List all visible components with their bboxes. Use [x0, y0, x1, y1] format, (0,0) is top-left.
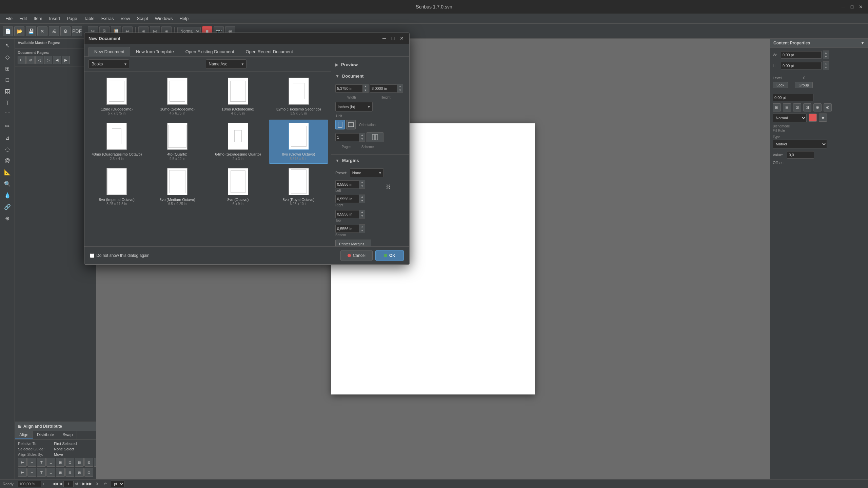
- spiral-tool[interactable]: @: [2, 155, 13, 166]
- width-up-arrow[interactable]: ▲: [823, 51, 829, 55]
- align-btn-16[interactable]: ⊟: [65, 468, 74, 477]
- page-prev-btn[interactable]: ◀: [59, 482, 62, 486]
- pages-nav-left[interactable]: ◀: [53, 56, 61, 64]
- eyedropper-tool[interactable]: 💧: [2, 190, 13, 201]
- align-tab-distribute[interactable]: Distribute: [33, 431, 59, 439]
- dialog-tab-template[interactable]: New from Template: [130, 47, 180, 56]
- close-button[interactable]: ✕: [858, 4, 864, 10]
- document-group-header[interactable]: ▼ Document: [331, 71, 409, 81]
- menu-view[interactable]: View: [118, 15, 133, 22]
- menu-script[interactable]: Script: [134, 15, 151, 22]
- template-item-10[interactable]: 8vo (Octavo) 6 x 9 in: [209, 165, 268, 209]
- add-page-btn[interactable]: +□: [18, 56, 26, 64]
- width-input[interactable]: [781, 51, 822, 59]
- align-btn-18[interactable]: ⊡: [84, 468, 93, 477]
- shape-tool[interactable]: □: [2, 75, 13, 85]
- group-button[interactable]: Group: [795, 82, 813, 88]
- pt-input[interactable]: [773, 94, 813, 101]
- magnify-tool[interactable]: 🔍: [2, 178, 13, 189]
- height-down-btn[interactable]: ▼: [397, 88, 403, 93]
- top-margin-input[interactable]: [335, 210, 359, 218]
- width-up-btn[interactable]: ▲: [363, 84, 368, 88]
- bottom-margin-up[interactable]: ▲: [359, 225, 365, 229]
- top-margin-up[interactable]: ▲: [359, 210, 365, 214]
- right-margin-down[interactable]: ▼: [359, 199, 365, 203]
- copy-prop-tool[interactable]: ⊕: [2, 213, 13, 224]
- align-center-v-btn[interactable]: ⊞: [56, 458, 65, 467]
- template-item-9[interactable]: 8vo (Medium Octavo) 6.5 x 9.25 in: [148, 165, 207, 209]
- align-right-btn[interactable]: ⊤: [37, 458, 46, 467]
- bezier-tool[interactable]: ⌒: [2, 109, 13, 120]
- sort-select[interactable]: Name Asc Name Desc Size Asc Size Desc: [206, 59, 246, 69]
- ok-button[interactable]: OK: [375, 250, 404, 261]
- icon-2[interactable]: ⊟: [783, 103, 791, 111]
- template-item-4[interactable]: 48mo (Quadragesimo Octavo) 2.5 x 4 in: [87, 120, 146, 163]
- icon-1[interactable]: ⊞: [773, 103, 781, 111]
- menu-windows[interactable]: Windows: [152, 15, 176, 22]
- icon-3[interactable]: ⊠: [793, 103, 801, 111]
- node-tool[interactable]: ◇: [2, 52, 13, 62]
- scheme-button[interactable]: [367, 132, 383, 142]
- icon-6[interactable]: ⊗: [824, 103, 832, 111]
- align-btn-11[interactable]: ⊢: [18, 468, 27, 477]
- align-btn-17[interactable]: ⊠: [75, 468, 84, 477]
- do-not-show-checkbox[interactable]: [90, 253, 94, 258]
- unit-select-status[interactable]: pt: [111, 481, 124, 487]
- align-btn-7[interactable]: ⊟: [75, 458, 84, 467]
- dialog-tab-recent[interactable]: Open Recent Document: [240, 47, 298, 56]
- margin-link-btn[interactable]: ⛓: [384, 183, 392, 191]
- template-item-0[interactable]: 12mo (Duodecimo) 5 x 7.375 in: [87, 75, 146, 118]
- landscape-btn[interactable]: [346, 120, 356, 129]
- template-item-11[interactable]: 8vo (Royal Octavo) 6.25 x 10 in: [269, 165, 328, 209]
- template-item-3[interactable]: 32mo (Tricesimo Secondo) 3.5 x 5.5 in: [269, 75, 328, 118]
- category-select[interactable]: Books Brochures Business Cards Calendars…: [88, 59, 129, 69]
- menu-page[interactable]: Page: [64, 15, 80, 22]
- align-btn-15[interactable]: ⊞: [56, 468, 65, 477]
- image-tool[interactable]: 🖼: [2, 86, 13, 97]
- unit-select[interactable]: Inches (in) Millimeters (mm) Points (pt): [335, 102, 373, 111]
- print-button[interactable]: 🖨: [49, 26, 59, 36]
- left-margin-up[interactable]: ▲: [359, 180, 365, 184]
- align-center-h-btn[interactable]: ⊣: [27, 458, 36, 467]
- menu-table[interactable]: Table: [81, 15, 97, 22]
- template-item-6[interactable]: 64mo (Sexagesimo Quarto) 2 x 3 in: [209, 120, 268, 163]
- height-input[interactable]: [781, 62, 822, 69]
- marker-select[interactable]: Marker: [773, 140, 827, 148]
- template-item-1[interactable]: 16mo (Sextodecimo) 4 x 6.75 in: [148, 75, 207, 118]
- text-tool[interactable]: T: [2, 98, 13, 108]
- pages-down-btn[interactable]: ▼: [359, 137, 365, 141]
- width-down-arrow[interactable]: ▼: [823, 55, 829, 59]
- align-bottom-btn[interactable]: ⊡: [65, 458, 74, 467]
- align-left-btn[interactable]: ⊢: [18, 458, 27, 467]
- menu-file[interactable]: File: [3, 15, 15, 22]
- align-tab-align[interactable]: Align: [15, 431, 33, 439]
- preset-select[interactable]: None Custom Document Default: [350, 168, 384, 177]
- zoom-in-btn[interactable]: +: [43, 482, 45, 486]
- lock-button[interactable]: Lock: [773, 82, 788, 88]
- menu-insert[interactable]: Insert: [46, 15, 63, 22]
- icon-4[interactable]: ⊡: [803, 103, 811, 111]
- star-btn[interactable]: ★: [819, 114, 827, 122]
- template-grid-container[interactable]: 12mo (Duodecimo) 5 x 7.375 in 16mo (Sext…: [84, 72, 331, 246]
- calligraph-tool[interactable]: ⊿: [2, 132, 13, 143]
- align-tab-swap[interactable]: Swap: [58, 431, 77, 439]
- dialog-maximize-btn[interactable]: □: [390, 35, 396, 42]
- icon-5[interactable]: ⊕: [813, 103, 822, 111]
- move-page-left-btn[interactable]: ◁: [35, 56, 43, 64]
- left-margin-input[interactable]: [335, 180, 359, 188]
- pages-input[interactable]: [335, 133, 359, 141]
- right-margin-input[interactable]: [335, 195, 359, 203]
- cancel-button[interactable]: Cancel: [340, 250, 373, 261]
- insert-page-btn[interactable]: ⊕: [26, 56, 35, 64]
- height-up-arrow[interactable]: ▲: [823, 62, 829, 66]
- maximize-button[interactable]: □: [849, 4, 855, 10]
- top-margin-down[interactable]: ▼: [359, 214, 365, 218]
- close-doc-button[interactable]: ✕: [37, 26, 47, 36]
- move-page-right-btn[interactable]: ▷: [44, 56, 52, 64]
- freehand-tool[interactable]: ✏: [2, 121, 13, 131]
- menu-help[interactable]: Help: [177, 15, 191, 22]
- template-item-7[interactable]: 8vo (Crown Octavo) 5.375 x 8 in: [269, 120, 328, 163]
- printer-margins-btn[interactable]: Printer Margins...: [335, 240, 371, 246]
- table-tool[interactable]: ⊞: [2, 63, 13, 74]
- page-last-btn[interactable]: ▶▶: [86, 482, 92, 486]
